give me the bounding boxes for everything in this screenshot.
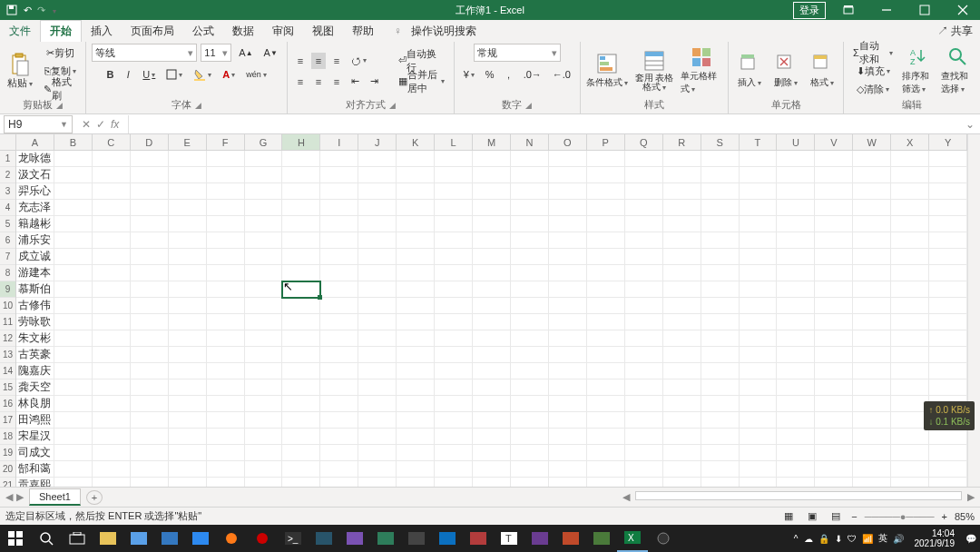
col-header-U[interactable]: U <box>777 134 815 150</box>
paste-button[interactable]: 粘贴 <box>5 53 34 90</box>
redo-icon[interactable]: ↷ <box>37 5 45 16</box>
cell[interactable] <box>511 330 549 347</box>
cell[interactable] <box>207 314 245 330</box>
cell[interactable] <box>54 314 93 330</box>
taskbar-app-4[interactable] <box>185 525 216 552</box>
tab-layout[interactable]: 页面布局 <box>122 21 183 42</box>
cell[interactable] <box>929 461 967 478</box>
cell[interactable] <box>891 347 929 363</box>
cell[interactable] <box>93 445 131 461</box>
cell[interactable] <box>169 429 207 445</box>
cell[interactable] <box>473 232 511 249</box>
cell[interactable] <box>663 412 701 429</box>
cell[interactable] <box>625 396 663 412</box>
cell[interactable] <box>358 314 397 330</box>
cell[interactable] <box>815 429 853 445</box>
cell[interactable] <box>207 216 245 232</box>
cell[interactable]: 田鸿熙 <box>16 412 54 429</box>
cell[interactable] <box>587 445 625 461</box>
cell[interactable] <box>169 249 207 265</box>
cell[interactable] <box>473 330 511 347</box>
font-popup[interactable]: ◢ <box>195 101 201 110</box>
col-header-J[interactable]: J <box>358 134 397 150</box>
cell[interactable] <box>435 412 473 429</box>
cell[interactable] <box>777 314 815 330</box>
cell[interactable] <box>54 330 93 347</box>
cell[interactable] <box>815 281 853 298</box>
cell[interactable] <box>473 363 511 380</box>
cell[interactable] <box>549 330 587 347</box>
cell[interactable] <box>320 183 358 200</box>
cell[interactable] <box>891 429 929 445</box>
cell[interactable] <box>54 478 93 487</box>
cell[interactable] <box>435 265 473 281</box>
tray-ime[interactable]: 英 <box>878 532 887 545</box>
cell[interactable] <box>663 396 701 412</box>
cell[interactable] <box>777 380 815 396</box>
cell[interactable] <box>282 445 320 461</box>
cell[interactable] <box>815 265 853 281</box>
ribbon-opts-icon[interactable] <box>833 0 864 20</box>
tab-view[interactable]: 视图 <box>303 21 343 42</box>
cell[interactable] <box>397 216 435 232</box>
view-normal[interactable]: ▦ <box>780 508 797 525</box>
cell[interactable] <box>853 249 891 265</box>
cell[interactable] <box>701 167 740 183</box>
cell[interactable] <box>358 330 397 347</box>
cell[interactable] <box>549 167 587 183</box>
cell[interactable] <box>815 396 853 412</box>
formula-input[interactable] <box>128 115 960 133</box>
cell[interactable] <box>245 232 283 249</box>
col-header-W[interactable]: W <box>853 134 891 150</box>
phonetic-button[interactable]: wén <box>242 66 270 83</box>
cell[interactable] <box>245 461 283 478</box>
cell[interactable] <box>282 314 320 330</box>
col-header-H[interactable]: H <box>282 134 320 150</box>
cell[interactable] <box>815 232 853 249</box>
cell[interactable] <box>397 461 435 478</box>
align-left[interactable]: ≡ <box>293 74 308 90</box>
cell[interactable] <box>54 412 93 429</box>
cell[interactable] <box>625 249 663 265</box>
cell[interactable]: 林良朋 <box>16 396 54 412</box>
cell[interactable] <box>587 330 625 347</box>
start-button[interactable] <box>0 525 31 552</box>
decrease-font[interactable]: A▼ <box>260 44 281 61</box>
cond-format-button[interactable]: 条件格式 <box>586 53 628 89</box>
cell[interactable] <box>282 249 320 265</box>
cell[interactable] <box>435 151 473 167</box>
col-header-N[interactable]: N <box>511 134 549 150</box>
number-format-select[interactable]: 常规▾ <box>474 44 561 62</box>
cell[interactable] <box>625 330 663 347</box>
col-header-F[interactable]: F <box>207 134 245 150</box>
cell[interactable] <box>929 478 967 487</box>
view-page-layout[interactable]: ▣ <box>804 508 820 525</box>
task-view[interactable] <box>62 525 93 552</box>
hscroll-left[interactable]: ◀ <box>622 491 630 503</box>
cell[interactable] <box>587 249 625 265</box>
cell[interactable] <box>245 396 283 412</box>
cell[interactable] <box>511 412 549 429</box>
cell[interactable] <box>207 265 245 281</box>
cell[interactable] <box>282 298 320 314</box>
taskbar-app-8[interactable] <box>309 525 339 552</box>
cell[interactable] <box>397 200 435 216</box>
name-box[interactable]: H9▼ <box>4 115 73 133</box>
cell[interactable] <box>625 281 663 298</box>
save-icon[interactable] <box>5 4 18 16</box>
cell[interactable] <box>54 380 93 396</box>
cell[interactable] <box>701 412 740 429</box>
cell[interactable] <box>663 265 701 281</box>
sort-filter-button[interactable]: AZ 排序和筛选 <box>902 46 936 95</box>
cell[interactable] <box>815 314 853 330</box>
row-header-16[interactable]: 16 <box>0 396 15 412</box>
tab-home[interactable]: 开始 <box>40 20 82 42</box>
cell[interactable] <box>169 183 207 200</box>
cell[interactable] <box>853 363 891 380</box>
cell[interactable] <box>511 380 549 396</box>
cell[interactable] <box>740 298 778 314</box>
cell[interactable] <box>473 265 511 281</box>
cell[interactable] <box>207 478 245 487</box>
cell[interactable] <box>625 216 663 232</box>
cell[interactable] <box>625 314 663 330</box>
